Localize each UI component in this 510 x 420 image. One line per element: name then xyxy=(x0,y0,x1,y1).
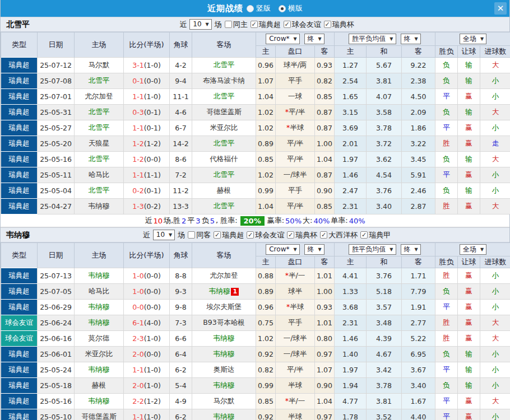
match-count-select[interactable]: 10▼ xyxy=(153,230,175,240)
cell-result-wdl: 负 xyxy=(435,378,458,394)
cell-date: 25-05-20 xyxy=(38,136,75,152)
cell-mean-draw: 4.07 xyxy=(367,89,402,105)
cell-match-type: 瑞典超 xyxy=(1,89,38,105)
col-corner: 角球 xyxy=(170,32,192,58)
competition-checkbox[interactable]: ✓瑞典杯 xyxy=(324,20,354,30)
cell-score: 1-1(1-0) xyxy=(124,409,170,420)
cell-corners: 7-3 xyxy=(170,315,192,331)
cell-corners: 13-3 xyxy=(170,199,192,214)
cell-corners: 4-2 xyxy=(170,58,192,73)
cell-date: 25-05-18 xyxy=(38,378,75,394)
checkbox-checked-icon: ✓ xyxy=(247,231,254,239)
table-row: 瑞典超25-05-11哈马比1-1(1-1)7-2北雪平1.02一/球半0.87… xyxy=(1,167,510,183)
mean-odds-select[interactable]: 胜平负均值▼ xyxy=(349,244,396,255)
mean-odds-select[interactable]: 胜平负均值▼ xyxy=(349,34,396,44)
competition-checkbox[interactable]: ✓瑞典甲 xyxy=(360,230,391,240)
filter-suffix-label: 场 xyxy=(215,20,222,30)
competition-checkbox[interactable]: ✓瑞典杯 xyxy=(287,230,317,240)
cell-odds-home: 0.92 xyxy=(256,409,276,420)
table-row: 瑞典超25-05-16北雪平1-2(0-0)8-6代格福什0.85平/半1.04… xyxy=(1,152,510,167)
cell-away-team: 北雪平 xyxy=(192,58,256,73)
odds-time-select[interactable]: 终▼ xyxy=(304,34,324,44)
result-scope-select[interactable]: 全场▼ xyxy=(460,244,486,255)
cell-home-team: 赫根 xyxy=(75,378,124,394)
cell-odds-home: 0.99 xyxy=(256,183,276,199)
radio-unselected-icon[interactable] xyxy=(247,5,254,12)
odds-company-select[interactable]: Crow*▼ xyxy=(266,244,299,255)
cell-result-wdl: 负 xyxy=(435,73,458,89)
same-venue-checkbox[interactable]: 同主 xyxy=(225,20,248,30)
cell-match-type: 瑞典超 xyxy=(1,73,38,89)
cell-result-wdl: 负 xyxy=(435,284,458,300)
cell-odds-away: 0.97 xyxy=(315,409,335,420)
cell-mean-away: 4.40 xyxy=(402,409,435,420)
competition-checkbox[interactable]: ✓球会友谊 xyxy=(284,20,321,30)
cell-score: 1-1(0-1) xyxy=(124,120,170,136)
cell-mean-away: 9.22 xyxy=(402,58,435,73)
radio-selected-icon[interactable] xyxy=(279,5,286,12)
cell-odds-away: 0.85 xyxy=(315,89,335,105)
competition-checkbox[interactable]: ✓球会友谊 xyxy=(247,230,284,240)
odds-company-select[interactable]: Crow*▼ xyxy=(266,34,299,44)
same-venue-checkbox[interactable]: 同客 xyxy=(188,230,211,240)
summary-text: 场,胜 xyxy=(164,216,180,226)
competition-checkbox[interactable]: ✓大西洋杯 xyxy=(320,230,358,240)
cell-mean-home: 1.78 xyxy=(335,409,367,420)
cell-mean-home: 2.47 xyxy=(335,183,367,199)
cell-corners: 6-2 xyxy=(170,409,192,420)
cell-score: 1-0(0-0) xyxy=(124,284,170,300)
table-row: 瑞典超25-05-10哥德堡盖斯1-1(1-0)6-2韦纳穆0.92半球0.97… xyxy=(1,409,510,420)
cell-home-team: 韦纳穆 xyxy=(75,300,124,315)
cell-result-handicap: 输 xyxy=(458,378,480,394)
cell-match-type: 瑞典超 xyxy=(1,199,38,214)
mean-time-select[interactable]: 终▼ xyxy=(401,34,421,44)
cell-home-team: 北雪平 xyxy=(75,183,124,199)
cell-odds-away: 1.00 xyxy=(315,284,335,300)
cell-odds-away: 0.87 xyxy=(315,120,335,136)
summary-text: 2 xyxy=(182,217,186,225)
cell-result-goals: 小 xyxy=(480,300,510,315)
col-odds-away: 客 xyxy=(315,46,335,58)
cell-result-wdl: 胜 xyxy=(435,268,458,284)
cell-result-wdl: 负 xyxy=(435,183,458,199)
match-count-select[interactable]: 10▼ xyxy=(189,19,211,30)
competition-checkbox[interactable]: ✓瑞典超 xyxy=(251,20,281,30)
cell-result-goals: 小 xyxy=(480,73,510,89)
odds-time-select[interactable]: 终▼ xyxy=(304,244,324,255)
cell-odds-away: 0.97 xyxy=(315,347,335,362)
cell-handicap: 半球 xyxy=(276,378,315,394)
radio-horizontal-layout[interactable]: 横版 xyxy=(279,3,303,13)
cell-score: 6-1(4-0) xyxy=(124,315,170,331)
cell-result-goals: 大 xyxy=(480,105,510,120)
cell-odds-home: 0.99 xyxy=(256,378,276,394)
close-button[interactable]: ✕ xyxy=(494,2,507,15)
cell-home-team: 韦纳穆 xyxy=(75,199,124,214)
cell-away-team: 北雪平 xyxy=(192,167,256,183)
cell-mean-draw: 3.57 xyxy=(367,300,402,315)
result-scope-select[interactable]: 全场▼ xyxy=(460,34,486,44)
table-row: 瑞典超25-05-27北雪平1-1(0-1)6-7米亚尔比1.02*半球0.87… xyxy=(1,120,510,136)
cell-corners: 9-3 xyxy=(170,284,192,300)
cell-date: 25-05-16 xyxy=(38,394,75,409)
cell-mean-draw: 3.42 xyxy=(367,362,402,378)
cell-away-team: 埃尔夫斯堡 xyxy=(192,300,256,315)
cell-result-wdl: 平 xyxy=(435,394,458,409)
cell-result-goals: 小 xyxy=(480,362,510,378)
cell-score: 0-2(0-1) xyxy=(124,183,170,199)
cell-result-handicap: 赢 xyxy=(458,300,480,315)
col-handicap: 盘口 xyxy=(276,256,315,268)
cell-mean-home: 1.97 xyxy=(335,152,367,167)
radio-vertical-layout[interactable]: 竖版 xyxy=(247,3,271,13)
cell-mean-away: 4.50 xyxy=(402,89,435,105)
cell-handicap: 平/半 xyxy=(276,199,315,214)
mean-time-select[interactable]: 终▼ xyxy=(401,244,421,255)
cell-away-team: 北雪平 xyxy=(192,199,256,214)
cell-mean-draw: 3.62 xyxy=(367,152,402,167)
cell-away-team: 哥德堡盖斯 xyxy=(192,105,256,120)
cell-date: 25-05-04 xyxy=(38,183,75,199)
competition-checkbox[interactable]: ✓瑞典超 xyxy=(214,230,244,240)
cell-result-handicap: 赢 xyxy=(458,89,480,105)
cell-home-team: 尤尔加登 xyxy=(75,89,124,105)
cell-handicap: *半/一 xyxy=(276,394,315,409)
cell-match-type: 瑞典超 xyxy=(1,105,38,120)
